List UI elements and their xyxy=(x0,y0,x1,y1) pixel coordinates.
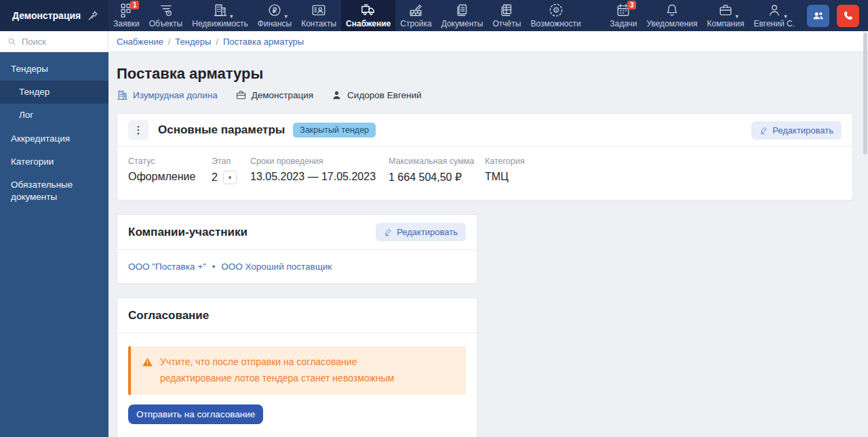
scrollbar-thumb[interactable] xyxy=(863,33,867,154)
stage-dropdown-button[interactable]: ▾ xyxy=(223,171,237,184)
chevron-down-icon: ▾ xyxy=(284,14,288,20)
project-name: Изумрудная долина xyxy=(133,90,218,100)
topnav-label: Уведомления xyxy=(647,19,698,28)
scrollbar[interactable] xyxy=(863,33,867,435)
field-status: Статус Оформление xyxy=(128,157,212,184)
project-link[interactable]: Изумрудная долина xyxy=(117,89,218,101)
edit-button[interactable]: Редактировать xyxy=(376,223,466,241)
edit-button[interactable]: Редактировать xyxy=(751,121,842,140)
submit-approval-button[interactable]: Отправить на согласование xyxy=(128,404,263,424)
field-value: ТМЦ xyxy=(485,171,524,183)
breadcrumb-separator: / xyxy=(168,37,171,47)
page-title: Поставка арматуры xyxy=(117,65,853,83)
topnav-label: Документы xyxy=(441,19,484,28)
field-dates: Сроки проведения 13.05.2023 — 17.05.2023 xyxy=(250,157,389,184)
topnav-item-zadachi[interactable]: 3 Задачи xyxy=(605,0,642,31)
documents-icon xyxy=(455,3,470,18)
chevron-down-icon: ▾ xyxy=(735,14,738,20)
topnav-label: Стройка xyxy=(400,19,431,28)
building-icon xyxy=(117,89,128,101)
topnav-label: Евгений С. xyxy=(753,19,795,28)
page-meta: Изумрудная долина Демонстрация Сидоров Е… xyxy=(117,89,853,101)
chevron-down-icon: ▾ xyxy=(230,14,233,20)
field-category: Категория ТМЦ xyxy=(485,157,524,184)
field-value: 2 xyxy=(212,171,218,184)
gear-dashed-icon: ⚙ xyxy=(549,3,564,18)
call-button[interactable] xyxy=(837,5,859,27)
topnav-label: Задачи xyxy=(610,19,637,28)
main-menu: 1 Заявки Объекты ▾ Недвижимость ₽▾ Финан… xyxy=(108,0,586,31)
main-params-card: ⋮ Основные параметры Закрытый тендер Ред… xyxy=(117,113,853,201)
status-badge: Закрытый тендер xyxy=(293,123,376,138)
company-link[interactable]: ООО Хороший поставщик xyxy=(221,262,332,272)
team-button[interactable] xyxy=(807,5,829,27)
ruble-icon: ₽ xyxy=(267,3,282,18)
params-fields: Статус Оформление Этап 2 ▾ Сроки проведе… xyxy=(117,147,852,200)
topnav-item-zayavki[interactable]: 1 Заявки xyxy=(108,0,144,31)
workspace-name: Демонстрация xyxy=(12,10,81,21)
field-label: Категория xyxy=(485,157,524,166)
edit-button-label: Редактировать xyxy=(397,227,458,237)
sidebar-item-kategorii[interactable]: Категории xyxy=(0,150,108,173)
pin-icon[interactable] xyxy=(87,9,99,22)
card-title: Компании-участники xyxy=(128,226,248,239)
topnav-item-kontakty[interactable]: Контакты xyxy=(296,0,341,31)
approval-card: Согласование Учтите, что после отправки … xyxy=(117,297,477,437)
field-value: 13.05.2023 — 17.05.2023 xyxy=(250,171,389,183)
topnav-item-user-profile[interactable]: ▾ Евгений С. xyxy=(749,0,800,31)
svg-text:⚙: ⚙ xyxy=(552,5,559,15)
main-content: Снабжение / Тендеры / Поставка арматуры … xyxy=(108,31,868,437)
breadcrumb-item-snabzhenie[interactable]: Снабжение xyxy=(117,37,163,47)
people-icon xyxy=(812,9,825,22)
topnav-label: Контакты xyxy=(301,19,336,28)
field-max-sum: Максимальная сумма 1 664 504,50 ₽ xyxy=(389,157,485,184)
topnav-item-obekty[interactable]: Объекты xyxy=(144,0,188,31)
owner-meta: Сидоров Евгений xyxy=(331,89,421,101)
topnav-item-stroyka[interactable]: Стройка xyxy=(395,0,436,31)
app-window: Демонстрация 1 Заявки Объекты ▾ Недвижим… xyxy=(0,0,868,437)
bell-icon xyxy=(665,3,679,18)
contact-card-icon xyxy=(311,3,326,18)
card-title: Основные параметры xyxy=(158,123,285,137)
topnav-item-finansy[interactable]: ₽▾ Финансы xyxy=(253,0,296,31)
breadcrumb-item-tendery[interactable]: Тендеры xyxy=(175,37,211,47)
topnav-label: Компания xyxy=(707,19,745,28)
search-input[interactable] xyxy=(22,37,101,47)
warning-text: Учтите, что после отправки на согласован… xyxy=(160,354,394,386)
sidebar-item-tender[interactable]: Тендер xyxy=(0,81,108,104)
person-icon xyxy=(767,3,782,18)
topnav-item-nedvizhimost[interactable]: ▾ Недвижимость xyxy=(187,0,253,31)
topnav-label: Возможности xyxy=(530,19,580,28)
sidebar-item-log[interactable]: Лог xyxy=(0,104,108,127)
topnav-item-dokumenty[interactable]: Документы xyxy=(437,0,488,31)
breadcrumb-separator: / xyxy=(216,37,218,47)
badge-count: 3 xyxy=(627,1,636,9)
sidebar-item-tendery[interactable]: Тендеры xyxy=(0,58,108,81)
field-label: Максимальная сумма xyxy=(389,157,485,166)
topnav-item-snabzhenie[interactable]: Снабжение xyxy=(341,0,395,31)
breadcrumb-item-current[interactable]: Поставка арматуры xyxy=(223,37,304,47)
kebab-icon: ⋮ xyxy=(134,124,144,136)
funnel-icon xyxy=(159,3,174,18)
building-icon xyxy=(213,3,228,18)
list-separator: • xyxy=(212,262,216,272)
field-value: Оформление xyxy=(128,171,212,183)
topnav-item-uvedomleniya[interactable]: Уведомления xyxy=(642,0,703,31)
company-link[interactable]: ООО "Поставка +" xyxy=(128,262,206,272)
chevron-down-icon: ▾ xyxy=(784,14,787,20)
topnav-label: Недвижимость xyxy=(192,19,248,28)
topbar-right-menu: 3 Задачи Уведомления ▾ Компания ▾ Евгени… xyxy=(605,0,868,31)
workspace-switcher[interactable]: Демонстрация xyxy=(0,0,108,31)
kebab-menu-button[interactable]: ⋮ xyxy=(128,120,149,140)
participants-list: ООО "Поставка +" • ООО Хороший поставщик xyxy=(117,250,477,283)
briefcase-icon xyxy=(235,89,247,101)
sidebar-item-obyazatelnye-dokumenty[interactable]: Обязательные документы xyxy=(0,173,108,209)
topnav-item-otchety[interactable]: Отчёты xyxy=(488,0,526,31)
truck-icon xyxy=(361,3,376,18)
sidebar-item-akkreditatsiya[interactable]: Аккредитация xyxy=(0,127,108,150)
topnav-label: Заявки xyxy=(113,19,140,28)
card-title: Согласование xyxy=(128,309,209,322)
topnav-item-vozmozhnosti[interactable]: ⚙ Возможности xyxy=(526,0,585,31)
topnav-item-kompaniya[interactable]: ▾ Компания xyxy=(703,0,749,31)
company-meta: Демонстрация xyxy=(235,89,313,101)
